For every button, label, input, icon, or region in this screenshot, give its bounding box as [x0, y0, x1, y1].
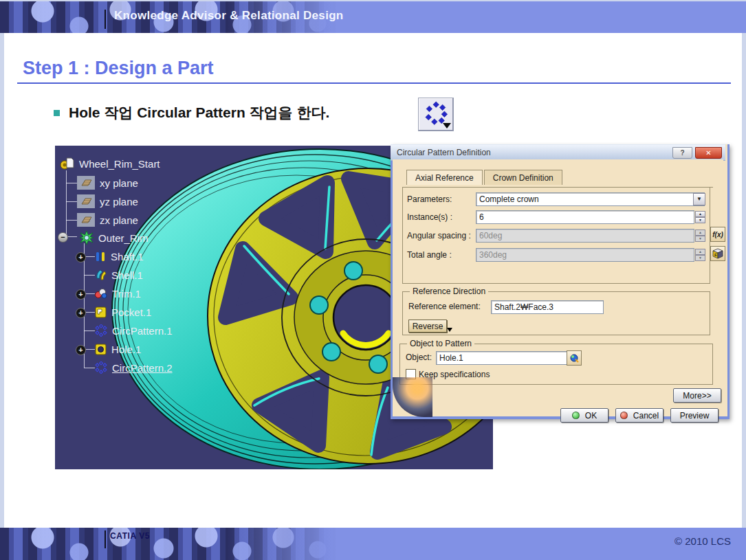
dialog-body: Axial Reference Crown Definition Paramet…	[393, 159, 723, 416]
dropdown-arrow-icon[interactable]	[443, 123, 451, 128]
page-title: Step 1 : Design a Part	[23, 58, 214, 79]
tree-item-shell[interactable]: Shell.1	[95, 268, 143, 282]
tree-line	[84, 368, 95, 368]
angular-spacing-spinner: ▲▼	[695, 229, 705, 242]
object-input[interactable]: Hole.1	[436, 351, 571, 365]
total-angle-label: Total angle :	[407, 250, 476, 260]
tree-item-label: Wheel_Rim_Start	[79, 158, 160, 170]
footer-banner: CATIA V5 © 2010 LCS	[0, 528, 746, 560]
reference-element-input[interactable]: Shaft.2₩Face.3	[491, 300, 604, 314]
tree-expander-pocket[interactable]: +	[76, 308, 86, 318]
total-angle-input: 360deg	[476, 248, 694, 262]
circular-pattern-toolbar-button[interactable]	[418, 98, 454, 131]
tab-axial-reference[interactable]: Axial Reference	[406, 170, 483, 185]
slide-page: Knowledge Advisor & Relational Design St…	[0, 0, 746, 560]
tree-item-label: Shell.1	[111, 269, 143, 281]
tab-crown-definition[interactable]: Crown Definition	[484, 170, 562, 185]
pocket-icon	[95, 306, 107, 318]
title-rule	[17, 82, 731, 84]
reference-direction-legend: Reference Direction	[410, 287, 488, 296]
tree-expander-shaft[interactable]: +	[76, 252, 86, 262]
ok-led-icon	[572, 412, 580, 419]
tree-line	[84, 331, 95, 331]
page-left-edge	[0, 33, 4, 528]
instances-label: Instance(s) :	[407, 212, 476, 222]
tree-item-xy-plane[interactable]: xy plane	[77, 176, 138, 190]
tree-expander-outer-rim[interactable]: −	[58, 232, 68, 243]
close-button[interactable]: ✕	[695, 147, 722, 159]
circpattern-icon	[95, 324, 107, 337]
dialog-title: Circular Pattern Definition	[397, 148, 491, 157]
object-to-pattern-legend: Object to Pattern	[407, 339, 474, 348]
dialog-tabs: Axial Reference Crown Definition	[406, 170, 564, 185]
parameters-box: Parameters: Complete crown ▼ Instance(s)…	[402, 187, 710, 284]
reverse-dropdown-arrow-icon[interactable]	[447, 328, 452, 332]
tree-item-label: Pocket.1	[111, 306, 151, 318]
svg-text:E: E	[714, 253, 717, 257]
tree-expander-trim[interactable]: +	[76, 289, 86, 300]
tree-item-hole[interactable]: Hole.1	[95, 342, 141, 356]
instances-input[interactable]: 6	[476, 210, 694, 224]
tree-item-label: CircPattern.1	[112, 325, 173, 337]
footer-tick	[105, 530, 106, 548]
tree-item-part-root[interactable]: Wheel_Rim_Start	[59, 157, 160, 170]
bullet-square-icon	[54, 110, 60, 116]
preview-button[interactable]: Preview	[670, 408, 718, 423]
tree-item-yz-plane[interactable]: yz plane	[77, 194, 138, 208]
tree-item-label: Hole.1	[111, 344, 141, 355]
object-label: Object:	[406, 352, 432, 362]
angular-spacing-input: 60deg	[476, 229, 694, 243]
select-object-button[interactable]	[567, 350, 582, 366]
tree-item-shaft[interactable]: Shaft.1	[95, 249, 144, 263]
dialog-corner-artifact	[393, 377, 432, 417]
reference-direction-group: Reference Direction Reference element: S…	[402, 291, 710, 335]
measure-cube-button[interactable]: E	[710, 246, 725, 261]
tree-item-zx-plane[interactable]: zx plane	[77, 213, 138, 227]
tree-item-trim[interactable]: Trim.1	[95, 287, 141, 300]
bullet-text: Hole 작업 Circular Pattern 작업을 한다.	[69, 103, 329, 122]
circular-pattern-dialog: Circular Pattern Definition ? ✕ Axial Re…	[391, 144, 729, 419]
dialog-titlebar[interactable]: Circular Pattern Definition ? ✕	[391, 144, 725, 161]
tree-item-label: xy plane	[100, 177, 138, 189]
trim-icon	[95, 287, 107, 300]
hole-icon	[95, 344, 107, 355]
reverse-button[interactable]: Reverse	[408, 320, 447, 333]
combobox-arrow-icon[interactable]: ▼	[693, 193, 705, 205]
tree-item-label: CircPattern.2	[112, 362, 173, 374]
select-object-icon	[569, 353, 579, 363]
plane-icon	[77, 213, 95, 227]
tree-item-label: Trim.1	[112, 288, 141, 300]
ok-button-label: OK	[585, 411, 597, 421]
instances-spinner[interactable]: ▲▼	[695, 211, 705, 223]
tree-item-circpattern-1[interactable]: CircPattern.1	[95, 324, 173, 337]
parameters-combobox[interactable]: Complete crown	[476, 192, 705, 206]
bullet-row: Hole 작업 Circular Pattern 작업을 한다.	[54, 103, 329, 122]
total-angle-spinner: ▲▼	[695, 249, 705, 261]
part-icon	[59, 157, 74, 170]
header-title: Knowledge Advisor & Relational Design	[114, 9, 344, 23]
shell-icon	[95, 269, 107, 281]
page-right-edge	[742, 33, 746, 528]
help-button[interactable]: ?	[672, 147, 692, 159]
shaft-icon	[95, 250, 106, 262]
tree-item-label: yz plane	[100, 196, 138, 208]
tree-item-circpattern-2[interactable]: CircPattern.2	[95, 361, 173, 374]
footer-copyright: © 2010 LCS	[674, 535, 731, 547]
tree-line	[66, 220, 77, 221]
tree-expander-hole[interactable]: +	[76, 345, 86, 355]
tree-item-label: zx plane	[100, 214, 138, 226]
tree-line	[66, 201, 77, 202]
reference-element-label: Reference element:	[408, 302, 481, 311]
object-to-pattern-group: Object to Pattern Object: Hole.1 Keep sp…	[399, 344, 713, 385]
cancel-button[interactable]: Cancel	[615, 408, 663, 423]
tree-item-pocket[interactable]: Pocket.1	[95, 305, 151, 319]
cancel-button-label: Cancel	[633, 411, 659, 421]
tree-item-outer-rim[interactable]: Outer_Rim	[80, 231, 149, 245]
ok-button[interactable]: OK	[560, 408, 608, 423]
formula-fx-button[interactable]: f(x)	[710, 227, 725, 242]
tree-line	[66, 183, 77, 183]
tree-line	[66, 170, 67, 236]
circpattern-icon	[95, 361, 107, 374]
more-button[interactable]: More>>	[673, 388, 721, 403]
angular-spacing-label: Angular spacing :	[407, 231, 476, 240]
